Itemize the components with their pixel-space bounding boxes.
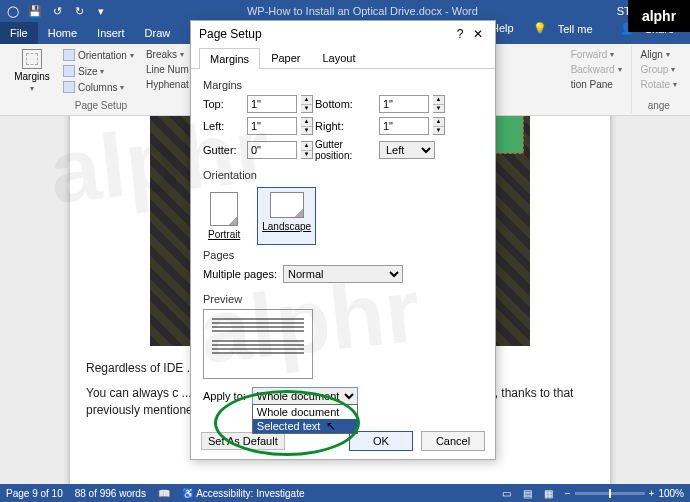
status-words[interactable]: 88 of 996 words: [75, 488, 146, 499]
top-spinner[interactable]: ▲▼: [301, 95, 313, 113]
section-preview: Preview: [203, 293, 483, 305]
redo-icon[interactable]: ↻: [72, 4, 86, 18]
status-bar: Page 9 of 10 88 of 996 words 📖 ♿ Accessi…: [0, 484, 690, 502]
margins-label: Margins: [14, 71, 50, 82]
bring-forward-button[interactable]: Forward ▾: [568, 48, 625, 61]
bottom-label: Bottom:: [315, 98, 379, 110]
title-bar: ◯ 💾 ↺ ↻ ▾ WP-How to Install an Optical D…: [0, 0, 690, 22]
align-button[interactable]: Align ▾: [638, 48, 680, 61]
selection-pane-button[interactable]: tion Pane: [568, 78, 625, 91]
apply-opt-selected[interactable]: Selected text: [253, 419, 357, 433]
gutter-input[interactable]: [247, 141, 297, 159]
top-input[interactable]: [247, 95, 297, 113]
gutter-pos-select[interactable]: Left: [379, 141, 435, 159]
apply-to-select[interactable]: Whole document: [252, 387, 358, 405]
group-button[interactable]: Group ▾: [638, 63, 680, 76]
margins-icon: [22, 49, 42, 69]
status-page[interactable]: Page 9 of 10: [6, 488, 63, 499]
view-print-icon[interactable]: ▤: [523, 488, 532, 499]
undo-icon[interactable]: ↺: [50, 4, 64, 18]
tab-layout[interactable]: Layout: [311, 47, 366, 68]
left-label: Left:: [203, 120, 247, 132]
tab-draw[interactable]: Draw: [135, 22, 181, 44]
landscape-label: Landscape: [262, 221, 311, 232]
tab-insert[interactable]: Insert: [87, 22, 135, 44]
tab-margins[interactable]: Margins: [199, 48, 260, 69]
bottom-spinner[interactable]: ▲▼: [433, 95, 445, 113]
qat-more-icon[interactable]: ▾: [94, 4, 108, 18]
hyphenation-button[interactable]: Hyphenat: [143, 78, 192, 91]
columns-icon: [63, 81, 75, 93]
top-label: Top:: [203, 98, 247, 110]
apply-to-label: Apply to:: [203, 390, 246, 402]
tab-file[interactable]: File: [0, 22, 38, 44]
right-label: Right:: [315, 120, 379, 132]
group-label-arrange: ange: [638, 100, 680, 111]
line-numbers-button[interactable]: Line Num: [143, 63, 192, 76]
apply-to-dropdown: Whole document Selected text: [252, 404, 358, 434]
section-pages: Pages: [203, 249, 483, 261]
save-icon[interactable]: 💾: [28, 4, 42, 18]
set-as-default-button[interactable]: Set As Default: [201, 432, 285, 450]
portrait-button[interactable]: Portrait: [203, 187, 245, 245]
tab-home[interactable]: Home: [38, 22, 87, 44]
section-margins: Margins: [203, 79, 483, 91]
right-spinner[interactable]: ▲▼: [433, 117, 445, 135]
size-icon: [63, 65, 75, 77]
cancel-button[interactable]: Cancel: [421, 431, 485, 451]
apply-opt-whole[interactable]: Whole document: [253, 405, 357, 419]
dialog-title: Page Setup: [199, 27, 451, 41]
window-title: WP-How to Install an Optical Drive.docx …: [108, 5, 617, 17]
zoom-out-icon[interactable]: −: [565, 488, 571, 499]
chevron-down-icon: ▾: [30, 84, 34, 93]
close-icon[interactable]: ✕: [469, 27, 487, 41]
gutter-pos-label: Gutter position:: [315, 139, 379, 161]
multiple-pages-select[interactable]: Normal: [283, 265, 403, 283]
zoom-control[interactable]: − + 100%: [565, 488, 684, 499]
group-label-page-setup: Page Setup: [10, 100, 192, 111]
orientation-icon: [63, 49, 75, 61]
section-orientation: Orientation: [203, 169, 483, 181]
rotate-button[interactable]: Rotate ▾: [638, 78, 680, 91]
zoom-value[interactable]: 100%: [658, 488, 684, 499]
autosave-icon[interactable]: ◯: [6, 4, 20, 18]
left-spinner[interactable]: ▲▼: [301, 117, 313, 135]
preview-box: [203, 309, 313, 379]
breaks-button[interactable]: Breaks ▾: [143, 48, 192, 61]
columns-button[interactable]: Columns ▾: [60, 80, 137, 94]
landscape-button[interactable]: Landscape: [257, 187, 316, 245]
ok-button[interactable]: OK: [349, 431, 413, 451]
portrait-label: Portrait: [208, 229, 240, 240]
alphr-logo: alphr: [628, 0, 690, 32]
right-input[interactable]: [379, 117, 429, 135]
send-backward-button[interactable]: Backward ▾: [568, 63, 625, 76]
tab-paper[interactable]: Paper: [260, 47, 311, 68]
gutter-label: Gutter:: [203, 144, 247, 156]
status-accessibility[interactable]: ♿ Accessibility: Investigate: [182, 488, 305, 499]
status-proofing-icon[interactable]: 📖: [158, 488, 170, 499]
zoom-slider[interactable]: [575, 492, 645, 495]
page-setup-dialog: Page Setup ? ✕ Margins Paper Layout Marg…: [190, 20, 496, 460]
gutter-spinner[interactable]: ▲▼: [301, 141, 313, 159]
zoom-in-icon[interactable]: +: [649, 488, 655, 499]
orientation-button[interactable]: Orientation ▾: [60, 48, 137, 62]
left-input[interactable]: [247, 117, 297, 135]
view-read-icon[interactable]: ▭: [502, 488, 511, 499]
view-web-icon[interactable]: ▦: [544, 488, 553, 499]
portrait-icon: [210, 192, 238, 226]
bottom-input[interactable]: [379, 95, 429, 113]
help-icon[interactable]: ?: [451, 27, 469, 41]
tell-me[interactable]: 💡 Tell me: [525, 22, 609, 35]
margins-button[interactable]: Margins ▾: [10, 48, 54, 94]
landscape-icon: [270, 192, 304, 218]
size-button[interactable]: Size ▾: [60, 64, 137, 78]
multiple-pages-label: Multiple pages:: [203, 268, 277, 280]
